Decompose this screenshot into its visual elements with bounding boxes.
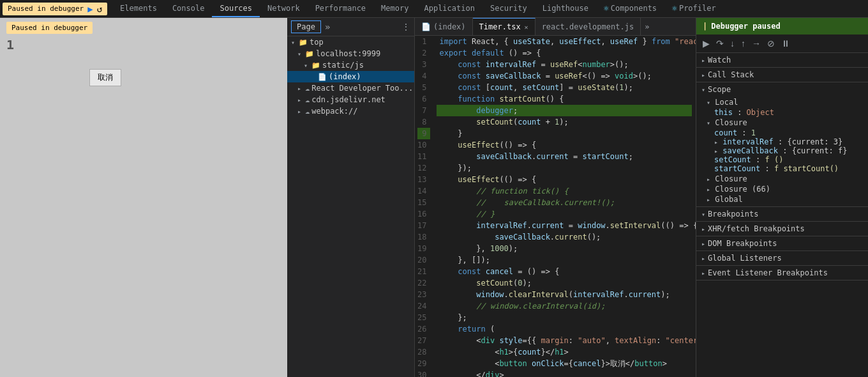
close-timer-tab[interactable]: ✕ (525, 24, 528, 31)
callstack-label: Call Stack (708, 70, 754, 79)
tree-label-top: top (310, 38, 324, 47)
tab-performance[interactable]: Performance (308, 0, 373, 17)
local-header[interactable]: ▾ Local (707, 98, 863, 107)
arrow-localhost (297, 50, 305, 58)
tree-more-icon[interactable]: » (325, 22, 330, 32)
arrow-react-dev (297, 85, 305, 92)
tree-item-staticjs[interactable]: 📁 static/js (287, 59, 414, 71)
arrow-cdn (297, 96, 305, 104)
code-tabs-more[interactable]: » (641, 22, 653, 31)
code-pane: 📄 (index) Timer.tsx ✕ react.development.… (415, 18, 696, 377)
tree-item-webpack[interactable]: ☁ webpack:// (287, 105, 414, 117)
closure-intervalref: ▸ intervalRef : {current: 3} (707, 137, 863, 146)
global-listeners-arrow: ▸ (701, 255, 705, 262)
folder-icon-staticjs: 📁 (311, 61, 320, 70)
step-over-btn[interactable]: ↷ (714, 37, 726, 50)
event-listeners-arrow: ▸ (701, 270, 705, 277)
paused-banner: Paused in debugger (6, 22, 93, 34)
callstack-header[interactable]: ▸ Call Stack (696, 68, 868, 82)
tab-elements[interactable]: Elements (112, 0, 165, 17)
tab-icon-index: 📄 (421, 22, 431, 31)
tree-item-top[interactable]: 📁 top (287, 36, 414, 48)
event-listeners-header[interactable]: ▸ Event Listener Breakpoints (696, 266, 868, 280)
arrow-top (291, 39, 299, 46)
watch-arrow: ▸ (701, 57, 705, 64)
main-area: Paused in debugger 1 取消 Page » ⋮ 📁 top 📁… (0, 18, 868, 377)
event-listeners-label: Event Listener Breakpoints (708, 268, 828, 277)
closure-savecallback: ▸ saveCallback : {current: f} (707, 146, 863, 155)
deactivate-btn[interactable]: ⊘ (765, 37, 777, 50)
local-this: this : Object (707, 108, 863, 117)
paused-banner-top: Paused in debugger ▶ ↺ (3, 3, 107, 15)
tab-sources[interactable]: Sources (212, 0, 260, 17)
tab-lighthouse[interactable]: Lighthouse (535, 0, 596, 17)
xhr-arrow: ▸ (701, 226, 705, 233)
tree-label-cdn: cdn.jsdelivr.net (311, 95, 385, 104)
tab-console[interactable]: Console (165, 0, 213, 17)
top-bar: Paused in debugger ▶ ↺ Elements Console … (0, 0, 868, 18)
breakpoints-header[interactable]: ▾ Breakpoints (696, 207, 868, 221)
right-panel-scroll: ▸ Watch ▸ Call Stack ▾ Scope (696, 53, 868, 377)
cancel-button[interactable]: 取消 (89, 69, 121, 86)
cloud-icon-react: ☁ (305, 84, 310, 93)
dom-header[interactable]: ▸ DOM Breakpoints (696, 236, 868, 250)
global-listeners-header[interactable]: ▸ Global Listeners (696, 251, 868, 265)
tab-security[interactable]: Security (483, 0, 535, 17)
debug-controls: ▶ ↷ ↓ ↑ → ⊘ ⏸ (696, 35, 868, 53)
page-tab[interactable]: Page (291, 20, 321, 33)
global-listeners-label: Global Listeners (708, 254, 782, 263)
tree-item-localhost[interactable]: 📁 localhost:9999 (287, 48, 414, 59)
code-area[interactable]: 1234567891011121314151617181920212223242… (415, 36, 696, 377)
code-content[interactable]: import React, { useState, useEffect, use… (433, 36, 696, 377)
scope-arrow: ▾ (701, 86, 705, 93)
watch-header[interactable]: ▸ Watch (696, 53, 868, 67)
closure2-header[interactable]: ▸ Closure (707, 174, 863, 183)
scope-header[interactable]: ▾ Scope (696, 82, 868, 96)
tree-label-localhost: localhost:9999 (316, 49, 380, 58)
file-tree: Page » ⋮ 📁 top 📁 localhost:9999 📁 static… (287, 18, 415, 377)
tree-item-index[interactable]: 📄 (index) (287, 71, 414, 82)
xhr-header[interactable]: ▸ XHR/fetch Breakpoints (696, 222, 868, 236)
step-btn[interactable]: → (749, 37, 763, 50)
step-over-icon[interactable]: ↺ (97, 4, 102, 14)
tree-label-react-dev: React Developer Too... (311, 84, 413, 93)
step-into-btn[interactable]: ↓ (728, 37, 737, 50)
xhr-section: ▸ XHR/fetch Breakpoints (696, 222, 868, 236)
arrow-staticjs (304, 62, 311, 69)
folder-icon-top: 📁 (299, 38, 308, 47)
tab-application[interactable]: Application (416, 0, 482, 17)
tree-item-react-dev[interactable]: ☁ React Developer Too... (287, 82, 414, 94)
cloud-icon-webpack: ☁ (305, 107, 310, 116)
resume-icon[interactable]: ▶ (87, 4, 93, 14)
tab-profiler[interactable]: ⚛ Profiler (664, 0, 724, 17)
callstack-arrow: ▸ (701, 72, 705, 79)
watch-label: Watch (708, 56, 731, 65)
code-tab-react[interactable]: react.development.js (535, 18, 641, 35)
debugger-header: | Debugger paused (696, 18, 868, 35)
step-out-btn[interactable]: ↑ (738, 37, 748, 50)
callstack-section: ▸ Call Stack (696, 68, 868, 82)
page-number: 1 (6, 37, 14, 52)
code-tab-index[interactable]: 📄 (index) (415, 18, 473, 35)
scope-section: ▾ Scope ▾ Local this : Object (696, 82, 868, 207)
closure-setcount: setCount : f () (707, 155, 863, 164)
resume-btn[interactable]: ▶ (700, 37, 712, 50)
tab-network[interactable]: Network (260, 0, 308, 17)
tree-menu-icon[interactable]: ⋮ (401, 22, 410, 32)
global-header[interactable]: ▸ Global (707, 195, 863, 204)
tree-label-staticjs: static/js (322, 61, 364, 70)
breakpoints-label: Breakpoints (708, 210, 758, 219)
devtools-tabs: Elements Console Sources Network Perform… (112, 0, 865, 17)
code-tabs: 📄 (index) Timer.tsx ✕ react.development.… (415, 18, 696, 36)
closure-header[interactable]: ▾ Closure (707, 118, 863, 127)
closure3-header[interactable]: ▸ Closure (66) (707, 185, 863, 194)
scope-content: ▾ Local this : Object ▾ Closure count (696, 96, 868, 206)
global-listeners-section: ▸ Global Listeners (696, 251, 868, 266)
tab-memory[interactable]: Memory (373, 0, 416, 17)
tab-components[interactable]: ⚛ Components (596, 0, 664, 17)
tree-item-cdn[interactable]: ☁ cdn.jsdelivr.net (287, 94, 414, 105)
code-tab-timer[interactable]: Timer.tsx ✕ (473, 18, 535, 35)
debugger-header-label: Debugger paused (711, 22, 780, 31)
tree-toolbar: Page » ⋮ (287, 18, 414, 36)
pause-on-exception-btn[interactable]: ⏸ (779, 37, 793, 50)
